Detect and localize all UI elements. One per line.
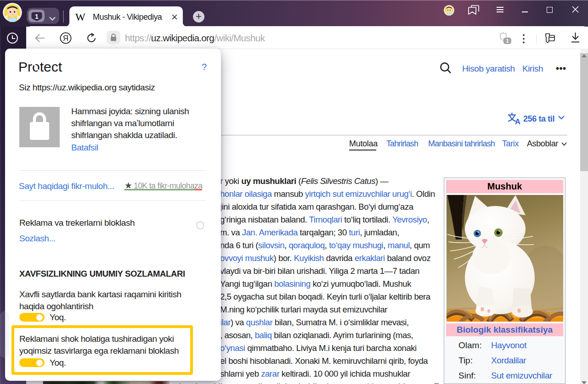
svg-text:1: 1 bbox=[506, 38, 509, 44]
svg-text:Я: Я bbox=[63, 34, 68, 43]
svg-text:1: 1 bbox=[35, 13, 39, 20]
svg-text:A: A bbox=[515, 117, 520, 126]
